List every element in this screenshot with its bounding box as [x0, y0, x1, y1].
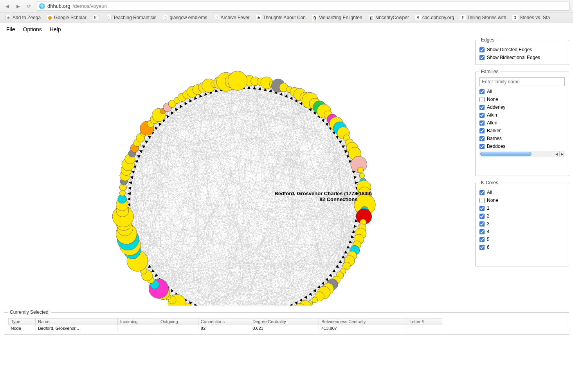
forward-button[interactable]: ▶ [14, 2, 22, 10]
bookmark-item[interactable]: 🐧Visualizing Enlighten [310, 14, 365, 21]
bookmark-item[interactable]: ◧sincerityCowper [366, 14, 411, 21]
network-svg[interactable] [4, 36, 475, 306]
list-checkbox[interactable] [479, 97, 485, 102]
hscroll-left-icon[interactable]: ◀ [554, 151, 559, 157]
favicon-icon: ✱ [256, 15, 261, 20]
favicon-icon: F [460, 15, 466, 20]
bookmark-item[interactable]: ⊕Add to Zeega [3, 14, 43, 21]
show-bidirectional-checkbox[interactable] [479, 55, 485, 60]
bookmark-label: Teaching Romanticis [113, 15, 157, 20]
list-checkbox[interactable] [479, 214, 485, 219]
table-header[interactable]: Incoming [118, 318, 158, 325]
main-area: Bedford, Grosvenor Charles (1773-1839) 8… [0, 36, 573, 306]
bookmark-label: sincerityCowper [376, 15, 409, 20]
list-item[interactable]: None [479, 95, 565, 103]
list-item[interactable]: Barker [479, 127, 565, 135]
table-cell: 0.621 [250, 325, 319, 332]
hscroll-thumb[interactable] [480, 152, 532, 156]
list-item[interactable]: Beddoes [479, 142, 565, 150]
list-item[interactable]: 5 [479, 236, 565, 243]
list-item[interactable]: 1 [479, 204, 565, 212]
bookmark-item[interactable]: ◌Teaching Romanticis [104, 14, 159, 21]
list-checkbox[interactable] [479, 206, 485, 211]
table-header[interactable]: Outgoing [158, 318, 198, 325]
list-item-label: Allen [487, 120, 497, 126]
families-panel: Families AllNoneAdderleyAikinAllenBarker… [475, 69, 569, 176]
url-bar[interactable]: 🌐 dhhub.org/demos/voyeur/ [36, 2, 570, 11]
menu-options[interactable]: Options [23, 26, 42, 32]
list-item[interactable]: All [479, 88, 565, 95]
list-checkbox[interactable] [479, 105, 485, 110]
table-cell [158, 325, 198, 332]
bookmark-item[interactable]: ✱Thoughts About Con [254, 14, 308, 21]
url-path: /demos/voyeur/ [73, 3, 108, 9]
families-hscroll[interactable]: ◀ ▶ [479, 151, 565, 157]
show-directed-checkbox[interactable] [479, 47, 485, 52]
list-checkbox[interactable] [479, 144, 485, 149]
family-name-input[interactable] [479, 77, 565, 86]
list-checkbox[interactable] [479, 120, 485, 126]
table-header[interactable]: Type [9, 318, 36, 325]
browser-chrome: ◀ ▶ ⟳ 🌐 dhhub.org/demos/voyeur/ ⊕Add to … [0, 0, 573, 23]
families-list[interactable]: AllNoneAdderleyAikinAllenBarkerBarnesBed… [479, 88, 565, 150]
network-viz[interactable]: Bedford, Grosvenor Charles (1773-1839) 8… [4, 36, 475, 306]
list-checkbox[interactable] [479, 245, 485, 250]
back-button[interactable]: ◀ [3, 2, 11, 10]
list-item[interactable]: Aikin [479, 111, 565, 119]
svg-point-28 [359, 173, 364, 178]
list-checkbox[interactable] [479, 113, 485, 118]
list-item[interactable]: 3 [479, 220, 565, 228]
menu-file[interactable]: File [6, 26, 15, 32]
table-cell: Node [9, 325, 36, 332]
bookmark-item[interactable]: 𝕿Stories vs. Sta [510, 14, 552, 21]
list-item[interactable]: None [479, 196, 565, 204]
table-row[interactable]: NodeBedford, Grosvenor...820.621413.807 [9, 325, 442, 332]
nav-toolbar: ◀ ▶ ⟳ 🌐 dhhub.org/demos/voyeur/ [0, 0, 573, 12]
table-cell: 413.807 [319, 325, 407, 332]
list-item[interactable]: All [479, 189, 565, 196]
table-header[interactable]: Betweenness Centralty [319, 318, 407, 325]
table-header[interactable]: Letter # [407, 318, 442, 325]
list-item[interactable]: Barnes [479, 135, 565, 142]
app-menu-bar: File Options Help [0, 23, 573, 36]
table-cell: 82 [198, 325, 250, 332]
list-checkbox[interactable] [479, 229, 485, 234]
list-item-label: 3 [487, 221, 490, 227]
list-item[interactable]: 6 [479, 243, 565, 251]
table-header[interactable]: Degree Centrality [250, 318, 319, 325]
list-item-label: None [487, 198, 498, 203]
edges-legend: Edges [479, 37, 496, 43]
bookmark-item[interactable]: Bcac.ophony.org [413, 14, 456, 21]
bookmark-label: cac.ophony.org [422, 15, 454, 20]
bookmark-item[interactable]: 🔶Google Scholar [45, 14, 89, 21]
table-cell: Bedford, Grosvenor... [36, 325, 118, 332]
hscroll-right-icon[interactable]: ▶ [559, 151, 565, 157]
svg-point-129 [228, 71, 247, 91]
favicon-icon: K [93, 15, 98, 20]
list-item[interactable]: 4 [479, 228, 565, 236]
table-header[interactable]: Connections [198, 318, 250, 325]
bookmark-item[interactable]: FTelling Stories with [458, 14, 508, 21]
svg-point-99 [119, 190, 125, 196]
bookmark-item[interactable]: ◌Archive Fever [211, 14, 252, 21]
list-checkbox[interactable] [479, 128, 485, 133]
menu-help[interactable]: Help [50, 26, 61, 32]
list-item[interactable]: Allen [479, 119, 565, 127]
bookmark-label: Telling Stories with [467, 15, 506, 20]
list-checkbox[interactable] [479, 198, 485, 203]
list-checkbox[interactable] [479, 221, 485, 227]
table-header[interactable]: Name [36, 318, 118, 325]
selected-table: TypeNameIncomingOutgoingConnectionsDegre… [8, 318, 442, 331]
bookmark-item[interactable]: ◌glasgow emblems [160, 14, 210, 21]
list-item[interactable]: Adderley [479, 103, 565, 111]
bookmark-item[interactable]: K [90, 14, 102, 21]
show-directed-label: Show Directed Edges [487, 47, 532, 52]
reload-button[interactable]: ⟳ [25, 2, 33, 10]
list-checkbox[interactable] [479, 237, 485, 242]
list-checkbox[interactable] [479, 136, 485, 141]
list-checkbox[interactable] [479, 89, 485, 94]
kcores-list[interactable]: AllNone1234567 [479, 189, 565, 251]
list-checkbox[interactable] [479, 190, 485, 195]
list-item[interactable]: 2 [479, 212, 565, 220]
favicon-icon: 𝕿 [512, 15, 518, 20]
